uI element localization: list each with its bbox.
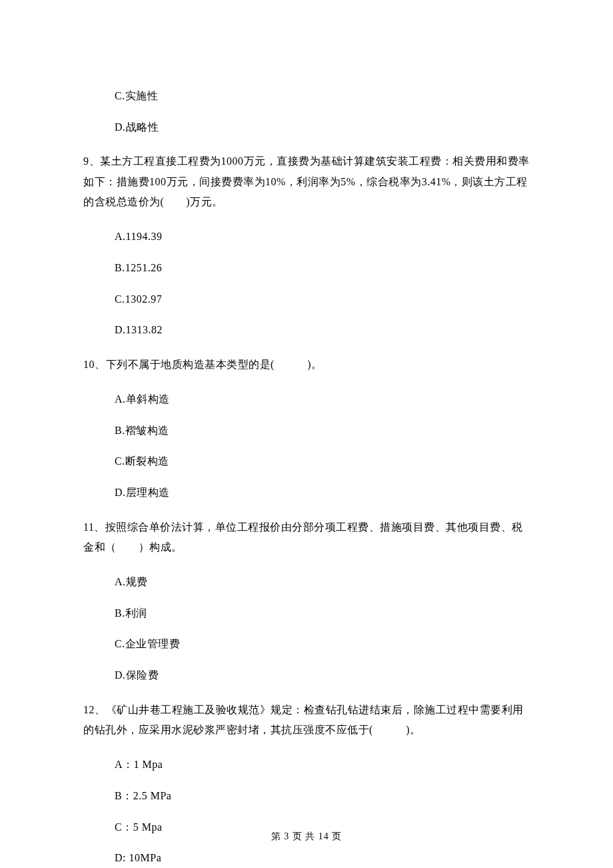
q10-option-a: A.单斜构造	[115, 391, 533, 408]
page-footer: 第 3 页 共 14 页	[0, 831, 613, 843]
q10-stem: 10、下列不属于地质构造基本类型的是( )。	[83, 355, 533, 375]
q12-stem: 12、《矿山井巷工程施工及验收规范》规定：检查钻孔钻进结束后，除施工过程中需要利…	[83, 700, 533, 741]
q9-option-d: D.1313.82	[115, 321, 533, 339]
q12-option-d: D: 10MPa	[115, 849, 533, 867]
q10-option-d: D.层理构造	[115, 484, 533, 501]
page-body: C.实施性 D.战略性 9、某土方工程直接工程费为1000万元，直接费为基础计算…	[0, 0, 613, 867]
q11-option-b: B.利润	[115, 605, 533, 622]
q9-option-a: A.1194.39	[115, 228, 533, 245]
q12-option-a: A：1 Mpa	[115, 756, 533, 773]
q11-option-d: D.保险费	[115, 667, 533, 684]
q11-option-c: C.企业管理费	[115, 635, 533, 653]
q10-option-c: C.断裂构造	[115, 453, 533, 470]
q8-option-c: C.实施性	[115, 87, 533, 105]
q10-option-b: B.褶皱构造	[115, 422, 533, 439]
q8-option-d: D.战略性	[115, 119, 533, 136]
q11-option-a: A.规费	[115, 573, 533, 591]
q9-option-c: C.1302.97	[115, 291, 533, 308]
q12-option-b: B：2.5 MPa	[115, 787, 533, 805]
q11-stem: 11、按照综合单价法计算，单位工程报价由分部分项工程费、措施项目费、其他项目费、…	[83, 517, 533, 558]
q9-option-b: B.1251.26	[115, 259, 533, 277]
q9-stem: 9、某土方工程直接工程费为1000万元，直接费为基础计算建筑安装工程费：相关费用…	[83, 151, 533, 212]
